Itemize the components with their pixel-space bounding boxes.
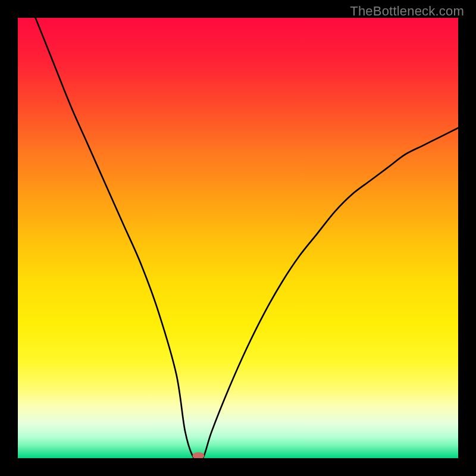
watermark-text: TheBottleneck.com bbox=[350, 4, 464, 19]
gradient-background bbox=[18, 18, 458, 458]
bottleneck-curve-chart bbox=[18, 18, 458, 458]
plot-area bbox=[18, 18, 458, 458]
